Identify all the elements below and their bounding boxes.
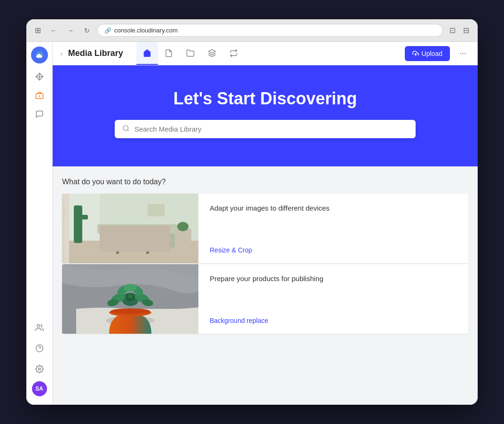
lock-icon: 🔗 xyxy=(104,27,111,34)
browser-chrome: ⊞ ← → ↻ 🔗 console.cloudinary.com ⊡ ⊟ xyxy=(26,19,478,42)
svg-rect-25 xyxy=(146,247,149,254)
sidebar-item-chat[interactable] xyxy=(31,106,48,123)
sidebar-item-settings[interactable] xyxy=(31,361,48,377)
upload-button[interactable]: Upload xyxy=(405,46,450,61)
resize-crop-body: Adapt your images to different devices R… xyxy=(198,194,468,263)
sidebar-toggle-btn[interactable]: ⊞ xyxy=(33,25,43,36)
svg-point-35 xyxy=(110,308,150,314)
tab-share[interactable] xyxy=(223,42,244,65)
resize-crop-description: Adapt your images to different devices xyxy=(210,203,457,214)
hero-banner: Let's Start Discovering xyxy=(53,65,478,166)
svg-rect-20 xyxy=(97,224,177,234)
app-layout: SA › Media Library xyxy=(26,42,478,405)
sidebar-bottom: SA xyxy=(31,319,48,400)
svg-point-41 xyxy=(124,284,137,291)
back-btn[interactable]: ← xyxy=(47,26,60,35)
tab-home[interactable] xyxy=(136,42,158,65)
browser-window: ⊞ ← → ↻ 🔗 console.cloudinary.com ⊡ ⊟ xyxy=(26,19,478,405)
sidebar-item-help[interactable] xyxy=(31,340,48,357)
address-text: console.cloudinary.com xyxy=(114,27,178,34)
svg-marker-10 xyxy=(208,49,215,53)
forward-btn[interactable]: → xyxy=(64,26,77,35)
svg-rect-16 xyxy=(62,241,198,263)
svg-rect-17 xyxy=(74,205,82,243)
breadcrumb-chevron[interactable]: › xyxy=(60,50,63,57)
sidebar-item-diamond[interactable] xyxy=(31,68,48,85)
hero-title: Let's Start Discovering xyxy=(173,89,357,109)
split-view-btn[interactable]: ⊟ xyxy=(461,25,471,36)
svg-point-45 xyxy=(127,294,133,298)
svg-rect-19 xyxy=(100,227,175,248)
background-replace-description: Prepare your products for publishing xyxy=(210,274,457,284)
background-replace-image xyxy=(62,264,198,334)
svg-rect-18 xyxy=(79,215,88,220)
cloudinary-logo[interactable] xyxy=(31,47,48,63)
resize-crop-link[interactable]: Resize & Crop xyxy=(210,246,457,254)
svg-rect-29 xyxy=(148,204,165,216)
browser-actions: ⊡ ⊟ xyxy=(448,25,471,36)
user-avatar[interactable]: SA xyxy=(32,381,47,396)
cards-section: What do you want to do today? xyxy=(53,166,478,346)
section-title: What do you want to do today? xyxy=(62,178,468,186)
main-content: › Media Library xyxy=(53,42,478,405)
svg-point-9 xyxy=(38,368,40,370)
page-title: Media Library xyxy=(68,48,123,58)
svg-rect-21 xyxy=(104,226,126,234)
tab-file[interactable] xyxy=(158,42,180,65)
sidebar-item-box[interactable] xyxy=(31,87,48,104)
search-input[interactable] xyxy=(134,125,408,133)
search-bar[interactable] xyxy=(115,120,416,138)
top-bar: › Media Library xyxy=(53,42,478,65)
background-replace-body: Prepare your products for publishing Bac… xyxy=(198,264,468,334)
resize-crop-card: Adapt your images to different devices R… xyxy=(62,194,468,263)
cast-btn[interactable]: ⊡ xyxy=(448,25,457,36)
tab-layers[interactable] xyxy=(201,42,223,65)
nav-tabs xyxy=(136,42,244,65)
living-room-illustration xyxy=(62,194,198,263)
svg-rect-23 xyxy=(114,243,151,247)
sidebar: SA xyxy=(26,42,53,405)
background-replace-card: Prepare your products for publishing Bac… xyxy=(62,264,468,334)
more-options-btn[interactable]: ··· xyxy=(456,47,470,60)
resize-crop-image xyxy=(62,194,198,263)
content-area: Let's Start Discovering What do you w xyxy=(53,65,478,405)
svg-point-27 xyxy=(177,222,189,231)
svg-rect-24 xyxy=(116,247,119,254)
svg-point-6 xyxy=(37,324,39,327)
refresh-btn[interactable]: ↻ xyxy=(81,26,93,35)
address-bar[interactable]: 🔗 console.cloudinary.com xyxy=(97,24,443,37)
svg-point-12 xyxy=(123,126,128,131)
avatar-initials: SA xyxy=(35,385,43,392)
svg-rect-22 xyxy=(129,226,150,234)
svg-line-13 xyxy=(127,130,129,131)
background-replace-link[interactable]: Background replace xyxy=(210,317,457,324)
sidebar-item-users[interactable] xyxy=(31,319,48,336)
search-icon xyxy=(122,125,130,133)
upload-btn-label: Upload xyxy=(422,50,442,57)
tab-folder[interactable] xyxy=(180,42,201,65)
